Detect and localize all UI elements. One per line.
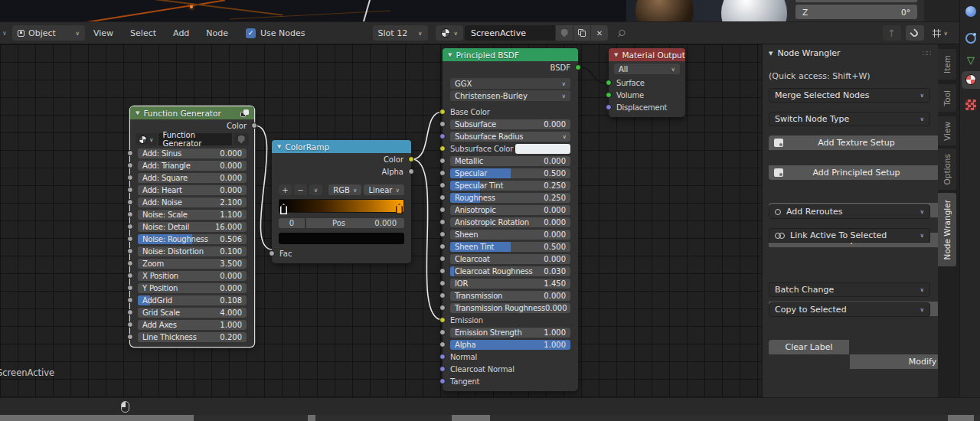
input-socket[interactable] (439, 207, 446, 213)
tab-item[interactable]: Item (938, 49, 956, 80)
node-header[interactable]: ▼ Principled BSDF (443, 48, 578, 61)
value-slider[interactable]: Add: Square 0.000 (138, 173, 247, 183)
input-socket[interactable] (439, 219, 446, 225)
node-editor-canvas[interactable]: ScreenActive ▼ Function Generator Color … (0, 44, 762, 397)
stop-position-field[interactable]: Pos 0.000 (306, 218, 404, 228)
output-target-dropdown[interactable]: All ∨ (614, 64, 680, 74)
input-socket[interactable] (439, 121, 446, 127)
value-slider[interactable]: Subsurface 0.000 (450, 119, 570, 129)
value-slider[interactable]: Subsurface Radius (450, 132, 570, 142)
input-socket[interactable] (439, 329, 446, 335)
input-socket[interactable] (439, 341, 446, 348)
material-icon[interactable] (965, 74, 976, 85)
add-reroutes-dropdown[interactable]: Add Reroutes∨ (769, 204, 930, 219)
input-socket[interactable] (439, 243, 446, 250)
stop-index-field[interactable]: 0 (279, 218, 305, 228)
input-socket[interactable] (127, 187, 133, 193)
value-slider[interactable]: Alpha 1.000 (450, 340, 570, 350)
menu-select[interactable]: Select (122, 28, 165, 38)
node-material-output[interactable]: ▼ Material Output All ∨ Surface (609, 48, 685, 117)
input-socket[interactable] (269, 250, 275, 256)
object-data-icon[interactable]: ▽ (965, 55, 976, 66)
input-socket[interactable] (606, 80, 612, 86)
menu-add[interactable]: Add (165, 28, 198, 38)
input-socket[interactable] (606, 92, 612, 98)
value-slider[interactable]: Emission Strength 1.000 (450, 328, 570, 338)
input-socket[interactable] (127, 175, 133, 181)
input-socket[interactable] (439, 256, 446, 262)
value-slider[interactable]: Noise: Scale 1.100 (138, 210, 247, 220)
output-socket[interactable] (408, 156, 414, 162)
input-socket[interactable] (439, 170, 446, 176)
stop-color-swatch[interactable] (279, 233, 404, 244)
input-socket[interactable] (127, 297, 133, 303)
input-socket[interactable] (127, 273, 133, 279)
batch-change-dropdown[interactable]: Batch Change∨ (769, 282, 930, 297)
snap-mode-dropdown[interactable]: ∨ (929, 25, 952, 41)
value-slider[interactable]: Clearcoat Normal (450, 364, 570, 374)
panel-header[interactable]: ▼ Node Wrangler ∷∷ (769, 46, 930, 60)
value-slider[interactable]: Emission (450, 315, 570, 325)
input-socket[interactable] (439, 366, 446, 372)
value-slider[interactable]: AddGrid 0.108 (138, 295, 247, 305)
input-socket[interactable] (439, 145, 446, 152)
shader-type-dropdown[interactable]: Object ∨ (12, 25, 85, 41)
value-slider[interactable]: Add Axes 1.000 (138, 320, 247, 330)
input-socket[interactable] (606, 104, 612, 110)
panel-grip-icon[interactable]: ∷∷ (922, 49, 930, 57)
input-socket[interactable] (439, 194, 446, 201)
interpolation-dropdown[interactable]: Linear ∨ (364, 184, 404, 195)
collapse-icon[interactable]: ▼ (614, 52, 618, 58)
add-principled-setup-button[interactable]: Add Principled Setup (769, 165, 938, 180)
unlink-material-button[interactable]: ✕ (591, 25, 608, 41)
value-slider[interactable]: Noise: Distortion 0.100 (138, 246, 247, 256)
input-socket[interactable] (127, 248, 133, 254)
color-ramp-gradient[interactable] (279, 199, 404, 213)
tab-node-wrangler[interactable]: Node Wrangler (938, 193, 956, 266)
input-socket[interactable] (127, 334, 133, 340)
physics-icon[interactable] (965, 6, 976, 17)
merge-nodes-dropdown[interactable]: Merge Selected Nodes∨ (769, 88, 930, 103)
value-slider[interactable]: Roughness 0.250 (450, 193, 570, 203)
new-material-button[interactable] (573, 25, 590, 41)
input-socket[interactable] (439, 133, 446, 139)
output-socket[interactable] (251, 122, 257, 129)
node-function-generator[interactable]: ▼ Function Generator Color ∨ Function Ge… (130, 106, 254, 347)
input-socket[interactable] (127, 224, 133, 230)
collapse-icon[interactable]: ▼ (136, 110, 139, 116)
input-socket[interactable] (439, 268, 446, 274)
tab-tool[interactable]: Tool (938, 84, 956, 112)
input-socket[interactable] (439, 378, 446, 384)
value-slider[interactable]: Specular 0.500 (450, 168, 570, 178)
input-socket[interactable] (127, 162, 133, 168)
output-socket[interactable] (575, 64, 581, 70)
value-slider[interactable]: Metallic 0.000 (450, 156, 570, 166)
particles-icon[interactable] (965, 33, 976, 44)
input-socket[interactable] (439, 280, 446, 286)
fake-user-button[interactable] (556, 25, 573, 41)
texture-icon[interactable] (965, 100, 976, 110)
remove-stop-button[interactable]: − (294, 184, 307, 195)
node-principled-bsdf[interactable]: ▼ Principled BSDF BSDF GGX ∨ Christensen… (443, 48, 578, 391)
value-slider[interactable]: Transmission Roughness 0.000 (450, 303, 570, 313)
input-socket[interactable] (127, 285, 133, 291)
value-slider[interactable]: Noise: Detail 16.000 (138, 222, 247, 232)
add-stop-button[interactable]: + (279, 184, 292, 195)
value-slider[interactable]: Grid Scale 4.000 (138, 308, 247, 318)
menu-view[interactable]: View (85, 28, 122, 38)
material-browse-dropdown[interactable]: ∨ (436, 25, 464, 41)
value-slider[interactable]: Add: Heart 0.000 (138, 185, 247, 195)
input-socket[interactable] (127, 150, 133, 156)
output-socket[interactable] (408, 168, 414, 175)
value-slider[interactable]: Add: Noise 2.100 (138, 197, 247, 207)
value-slider[interactable]: Noise: Roughness 0.506 (138, 234, 247, 244)
distribution-dropdown[interactable]: GGX ∨ (450, 78, 570, 89)
clear-label-button[interactable]: Clear Label (769, 340, 849, 354)
input-socket[interactable] (439, 292, 446, 299)
value-slider[interactable]: Transmission 0.000 (450, 291, 570, 301)
value-slider[interactable]: Specular Tint 0.250 (450, 181, 570, 191)
rotation-z-field[interactable]: Z 0° (795, 5, 917, 19)
input-socket[interactable] (439, 158, 446, 164)
node-header[interactable]: ▼ Function Generator (130, 106, 254, 119)
value-slider[interactable]: Zoom 3.500 (138, 259, 247, 269)
